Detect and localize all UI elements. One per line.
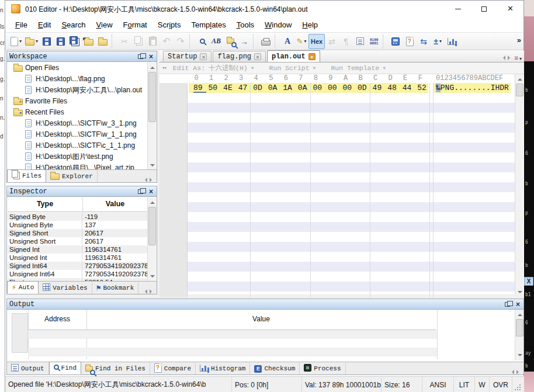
float-panel-icon[interactable] <box>138 189 143 194</box>
check-template-icon[interactable] <box>403 34 417 49</box>
toolbar-overflow-icon[interactable]: » <box>517 36 521 44</box>
close-file-icon[interactable]: ◤ <box>82 34 96 49</box>
resize-grip[interactable] <box>512 377 522 392</box>
run-script-button[interactable]: Run Script <box>269 64 310 72</box>
hex-byte[interactable]: 0A <box>298 83 311 93</box>
print-icon[interactable] <box>259 34 273 49</box>
tab-scroll-right-icon[interactable] <box>508 55 512 60</box>
new-file-icon[interactable]: ▾ <box>9 34 23 49</box>
tab-histogram[interactable]: Histogram <box>196 363 250 374</box>
menu-format[interactable]: Format <box>118 18 152 32</box>
tab-explorer[interactable]: Explorer <box>46 171 98 182</box>
tree-item[interactable]: H:\Desktop\...\SICTF\c_1_1.png <box>8 140 148 151</box>
tree-item[interactable]: H:\Desktop\...\SICTF\w_1_1.png <box>8 129 148 140</box>
dropdown-arrow-icon[interactable]: ▾ <box>439 39 442 44</box>
hex-byte[interactable]: 44 <box>403 83 415 93</box>
hex-mode-icon[interactable]: Hex <box>308 34 325 49</box>
save-all-icon[interactable] <box>68 34 82 49</box>
highlight-icon[interactable]: ✎▾ <box>294 34 308 49</box>
menu-help[interactable]: Help <box>297 18 323 32</box>
ascii-text[interactable]: ‰PNG........IHDR <box>436 83 509 93</box>
hex-body[interactable]: 0000h:89504E470D0A1A0A0000000D49484452‰P… <box>159 83 515 297</box>
status-encoding[interactable]: ANSI <box>422 377 454 392</box>
tab-scroll-right-icon[interactable] <box>150 289 154 294</box>
dropdown-arrow-icon[interactable]: ▾ <box>304 39 306 44</box>
hex-byte[interactable]: 49 <box>373 83 386 93</box>
hex-byte[interactable]: 52 <box>417 83 430 93</box>
close-panel-icon[interactable]: × <box>515 301 521 308</box>
inspector-row[interactable]: Unsigned Int1196314761 <box>8 254 148 262</box>
hex-byte[interactable]: 0A <box>268 83 281 93</box>
tab-variables[interactable]: Variables <box>39 282 92 294</box>
tab-checksum[interactable]: EChecksum <box>250 363 300 374</box>
open-file-icon[interactable]: ▾ <box>23 34 40 49</box>
tab-list-icon[interactable]: ≡▾ <box>515 54 522 62</box>
float-panel-icon[interactable] <box>138 54 143 59</box>
close-panel-icon[interactable]: × <box>148 188 154 195</box>
inspector-row[interactable]: Signed Int1196314761 <box>8 245 148 254</box>
save-as-icon[interactable]: ◤ <box>54 34 68 49</box>
minimize-button[interactable] <box>445 1 471 17</box>
editor-tab-startup[interactable]: Startupx <box>163 51 211 62</box>
status-char-mode[interactable]: W <box>475 377 490 392</box>
font-icon[interactable]: A <box>280 34 294 49</box>
run-template-button[interactable]: Run Template <box>331 64 379 72</box>
scroll-up-icon[interactable] <box>516 74 523 82</box>
menu-file[interactable]: File <box>10 18 33 32</box>
output-scrollbar[interactable] <box>515 310 523 360</box>
hex-byte[interactable]: 0D <box>358 83 370 93</box>
tab-scroll-left-icon[interactable] <box>143 289 147 294</box>
goto-icon[interactable]: → <box>237 34 251 49</box>
hex-row[interactable]: 0000h:89504E470D0A1A0A0000000D49484452‰P… <box>159 83 515 93</box>
scroll-up-icon[interactable] <box>516 310 523 318</box>
close-panel-icon[interactable]: × <box>148 53 154 60</box>
calculator-icon[interactable] <box>389 34 403 49</box>
hex-byte[interactable]: 0D <box>253 83 266 93</box>
tab-auto[interactable]: ⚡Auto <box>7 281 39 294</box>
inspector-row[interactable]: Signed Byte-119 <box>8 213 148 221</box>
scroll-thumb[interactable] <box>516 319 523 337</box>
tab-files[interactable]: Files <box>7 169 46 182</box>
tab-compare[interactable]: Compare <box>150 363 196 374</box>
close-button[interactable]: ✕ <box>497 1 523 17</box>
tab-scroll-left-icon[interactable] <box>501 55 505 60</box>
edit-as-mode[interactable]: 十六进制(H) <box>209 64 248 72</box>
inspector-row[interactable]: Unsigned Int64727905341920923785 <box>8 270 148 278</box>
replace-icon[interactable]: AB <box>209 34 223 49</box>
tab-scroll-left-icon[interactable] <box>509 370 514 374</box>
tab-bookmark[interactable]: ⚑Bookmark <box>92 282 139 294</box>
hex-row[interactable]: 0010h: <box>159 93 515 103</box>
scroll-down-icon[interactable] <box>148 273 156 282</box>
tab-close-icon[interactable]: x <box>254 53 261 60</box>
inspector-row[interactable]: Unsigned Byte137 <box>8 221 148 229</box>
scroll-thumb[interactable] <box>148 72 156 122</box>
binary-mode-icon[interactable]: 01000001 <box>367 34 381 49</box>
menu-tools[interactable]: Tools <box>231 18 259 32</box>
menu-window[interactable]: Window <box>259 18 297 32</box>
line-view-icon[interactable] <box>353 34 367 49</box>
tree-item[interactable]: H:\Desktop\...\SICTF\w_3_1.png <box>8 118 148 129</box>
editor-tab-plan-out[interactable]: plan.outx <box>267 50 320 62</box>
hex-byte[interactable]: 00 <box>328 83 341 93</box>
operations-icon[interactable]: ±▾ <box>431 34 445 49</box>
hex-byte[interactable]: 50 <box>209 83 221 93</box>
tab-process[interactable]: Process <box>300 363 345 374</box>
menu-edit[interactable]: Edit <box>33 18 56 32</box>
hex-byte[interactable]: 4E <box>223 83 236 93</box>
hex-byte[interactable]: 47 <box>238 83 251 93</box>
collapse-bar-icon[interactable]: ▾▾ <box>162 65 166 71</box>
tab-find-in-files[interactable]: Find in Files <box>81 363 150 374</box>
editor-scrollbar[interactable] <box>515 74 523 297</box>
tab-scroll-left-icon[interactable] <box>143 178 147 182</box>
scroll-thumb[interactable] <box>148 207 156 245</box>
tree-item[interactable]: ★Favorite Files <box>8 96 148 107</box>
histogram-icon[interactable] <box>445 34 459 49</box>
tab-scroll-right-icon[interactable] <box>516 370 521 374</box>
inspector-row[interactable]: Signed Int64727905341920923785 <box>8 262 148 270</box>
maximize-button[interactable] <box>471 1 497 17</box>
menu-search[interactable]: Search <box>56 18 91 32</box>
tree-item[interactable]: H:\Desktop\图片\test.png <box>8 151 148 162</box>
tree-item[interactable]: H:\Desktop\网安小工具\...\plan.out <box>8 85 148 96</box>
dropdown-arrow-icon[interactable]: ▾ <box>36 39 38 44</box>
inspector-row[interactable]: Unsigned Short20617 <box>8 237 148 245</box>
